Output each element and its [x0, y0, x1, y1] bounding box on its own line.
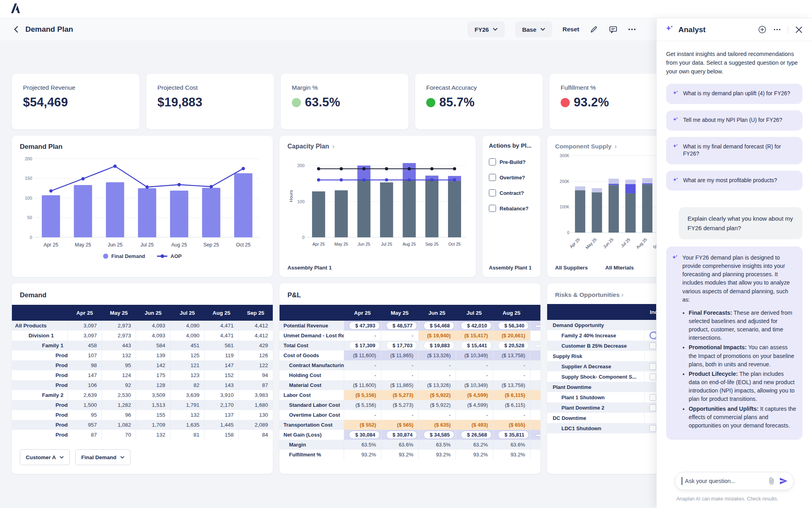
- cell-value[interactable]: [530, 350, 540, 360]
- checkbox-icon[interactable]: [649, 363, 656, 370]
- cell-value[interactable]: ($ 655): [493, 420, 530, 430]
- table-row[interactable]: Unmet Demand - Lost Revenue--($ 19,940)(…: [280, 331, 540, 341]
- checkbox-icon[interactable]: [649, 425, 656, 432]
- chart-title[interactable]: Component Supply›: [555, 143, 656, 150]
- cell-value[interactable]: 122: [239, 360, 273, 370]
- table-filter-dropdown[interactable]: Customer A: [20, 449, 70, 465]
- table-row[interactable]: Transportation Cost($ 552)($ 565)($ 635)…: [280, 420, 540, 430]
- cell-value[interactable]: $ 48,577: [381, 321, 418, 331]
- cell-value[interactable]: 63.6%: [381, 440, 418, 450]
- include-cell[interactable]: [644, 413, 656, 423]
- cell-value[interactable]: -: [381, 360, 418, 370]
- cell-value[interactable]: -: [381, 370, 418, 380]
- toggle-switch[interactable]: [649, 331, 657, 339]
- cell-value[interactable]: ($ 13,758): [493, 350, 530, 360]
- table-row[interactable]: Fulfillment %93.2%93.2%93.2%93.2%93.2%: [280, 450, 540, 460]
- action-checkbox[interactable]: Pre-Build?: [489, 158, 536, 165]
- suggested-question[interactable]: What is my demand plan uplift (4) for FY…: [666, 84, 802, 104]
- cell-value[interactable]: 93.2%: [493, 450, 530, 460]
- include-cell[interactable]: [644, 423, 656, 433]
- cell-value[interactable]: 1,445: [204, 420, 238, 430]
- cell-value[interactable]: $ 15,441: [456, 341, 493, 350]
- cell-value[interactable]: ($ 19,940): [418, 331, 456, 341]
- cell-value[interactable]: [530, 341, 540, 350]
- cell-value[interactable]: ($ 5,273): [381, 400, 418, 410]
- cell-value[interactable]: 63.5%: [418, 440, 456, 450]
- cell-value[interactable]: $ 20,528: [493, 341, 530, 350]
- cell-value[interactable]: 63.5%: [344, 440, 381, 450]
- cell-value[interactable]: 152: [204, 370, 238, 380]
- table-row[interactable]: Family 22,6392,5303,5093,6393,9103,983: [12, 390, 273, 400]
- cell-value[interactable]: 3,097: [67, 321, 102, 331]
- checkbox-icon[interactable]: [649, 404, 656, 411]
- cell-value[interactable]: 1,082: [102, 420, 136, 430]
- cell-value[interactable]: ($ 11,865): [381, 380, 418, 390]
- cell-value[interactable]: ($ 4,599): [456, 390, 493, 400]
- cell-value[interactable]: 92: [102, 380, 136, 390]
- cell-value[interactable]: 130: [239, 410, 273, 420]
- cell-value[interactable]: 4,090: [170, 321, 204, 331]
- cell-value[interactable]: [530, 321, 540, 331]
- cell-value[interactable]: ($ 13,326): [418, 380, 456, 390]
- table-row[interactable]: Product 79571,0821,7091,6351,4452,089: [12, 420, 273, 430]
- cell-value[interactable]: 1,709: [136, 420, 170, 430]
- include-cell[interactable]: [644, 341, 656, 351]
- cell-value[interactable]: 158: [204, 430, 238, 440]
- table-row[interactable]: Family 2 40% Increase: [547, 330, 656, 341]
- cell-value[interactable]: 584: [136, 341, 170, 350]
- cell-value[interactable]: 93.2%: [418, 450, 456, 460]
- fiscal-year-dropdown[interactable]: FY26: [467, 21, 505, 37]
- table-row[interactable]: Cost of Goods($ 11,600)($ 11,865)($ 13,3…: [280, 350, 540, 360]
- table-row[interactable]: Supplier A Decrease: [547, 361, 656, 371]
- cell-value[interactable]: [530, 420, 540, 430]
- cell-value[interactable]: $ 26,568: [456, 430, 493, 440]
- cell-value[interactable]: 106: [67, 380, 102, 390]
- cell-value[interactable]: [530, 370, 540, 380]
- include-cell[interactable]: [644, 382, 656, 392]
- cell-value[interactable]: -: [344, 410, 381, 420]
- table-row[interactable]: Product 1107132139125119126: [12, 350, 273, 360]
- cell-value[interactable]: 123: [170, 370, 204, 380]
- table-row[interactable]: Product 314712417512315294: [12, 370, 273, 380]
- cell-value[interactable]: 2,530: [102, 390, 136, 400]
- cell-value[interactable]: 132: [102, 350, 136, 360]
- cell-value[interactable]: 3,639: [170, 390, 204, 400]
- cell-value[interactable]: ($ 4,599): [456, 400, 493, 410]
- table-row[interactable]: Total Cost$ 17,309$ 17,703$ 19,883$ 15,4…: [280, 341, 540, 350]
- include-cell[interactable]: [644, 371, 656, 382]
- table-row[interactable]: Standard Labor Cost($ 5,156)($ 5,273)($ …: [280, 400, 540, 410]
- cell-value[interactable]: $ 47,393: [344, 321, 381, 331]
- cell-value[interactable]: 147: [67, 370, 102, 380]
- cell-value[interactable]: -: [381, 331, 418, 341]
- cell-value[interactable]: -: [344, 360, 381, 370]
- cell-value[interactable]: ($ 565): [381, 420, 418, 430]
- include-cell[interactable]: [644, 330, 656, 341]
- cell-value[interactable]: -: [344, 370, 381, 380]
- table-row[interactable]: Contract Manufacturing Cost-----: [280, 360, 540, 370]
- cell-value[interactable]: 96: [102, 410, 136, 420]
- cell-value[interactable]: 561: [204, 341, 238, 350]
- cell-value[interactable]: 1,635: [170, 420, 204, 430]
- table-row[interactable]: Margin63.5%63.6%63.5%63.2%63.6%: [280, 440, 540, 450]
- cell-value[interactable]: $ 35,811: [493, 430, 530, 440]
- cell-value[interactable]: -: [456, 360, 493, 370]
- table-row[interactable]: Customer B 25% Decrease: [547, 341, 656, 351]
- cell-value[interactable]: 1,680: [239, 400, 273, 410]
- cell-value[interactable]: 119: [204, 350, 238, 360]
- new-chat-icon[interactable]: [758, 25, 766, 34]
- cell-value[interactable]: ($ 5,273): [381, 390, 418, 400]
- cell-value[interactable]: 175: [136, 370, 170, 380]
- cell-value[interactable]: 4,471: [204, 331, 238, 341]
- cell-value[interactable]: -: [493, 410, 530, 420]
- comment-icon[interactable]: [609, 25, 617, 34]
- cell-value[interactable]: 4,471: [204, 321, 238, 331]
- table-title[interactable]: Risks & Opportunities ›: [547, 283, 656, 304]
- table-row[interactable]: Material Cost($ 11,600)($ 11,865)($ 13,3…: [280, 380, 540, 390]
- cell-value[interactable]: 121: [170, 360, 204, 370]
- cell-value[interactable]: 3,097: [67, 331, 102, 341]
- cell-value[interactable]: ($ 552): [344, 420, 381, 430]
- cell-value[interactable]: 63.6%: [493, 440, 530, 450]
- cell-value[interactable]: ($ 5,922): [418, 390, 456, 400]
- suggested-question[interactable]: What are my most profitable products?: [666, 171, 802, 191]
- cell-value[interactable]: [530, 390, 540, 400]
